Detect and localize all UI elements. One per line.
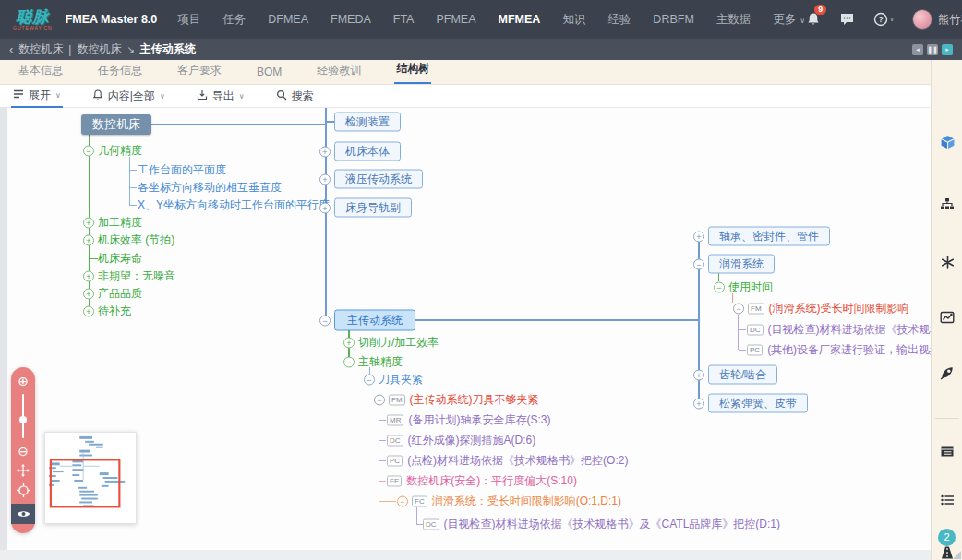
menu-item-DRBFM[interactable]: DRBFM [653,13,693,26]
tree-node[interactable]: −使用时间 [714,280,773,295]
toolbar-导出[interactable]: 导出∨ [195,86,247,107]
toolbar-展开[interactable]: 展开∨ [11,85,63,108]
help-icon[interactable]: ? ∨ [872,11,896,28]
tab-经验教训[interactable]: 经验教训 [315,58,363,84]
rocket-icon[interactable] [939,364,956,381]
collapse-icon[interactable]: − [83,145,94,156]
tab-BOM[interactable]: BOM [255,61,283,84]
app-logo[interactable]: 聪脉 GUTEWAY.CN [13,9,53,30]
tab-结构树[interactable]: 结构树 [394,56,431,84]
tab-客户要求[interactable]: 客户要求 [175,58,223,84]
collapse-icon[interactable]: − [374,394,385,405]
tree-node[interactable]: −刀具夹紧 [364,372,423,387]
tree-node[interactable]: 各坐标方向移动的相互垂直度 [138,180,282,196]
collapse-left-icon[interactable]: ◂ [912,44,923,55]
menu-item-FMEDA[interactable]: FMEDA [331,13,371,26]
bell-icon[interactable]: 9 [805,11,822,28]
zoom-slider-knob[interactable] [19,416,27,423]
cube-3d-icon[interactable] [939,134,956,150]
toolbar-内容|全部[interactable]: 内容|全部∨ [90,86,167,107]
split-view-icon[interactable]: ❚❚ [927,44,938,55]
tree-node[interactable]: MR(备用计划)轴承安全库存(S:3) [387,412,550,428]
menu-item-任务[interactable]: 任务 [222,12,246,28]
tree-node[interactable]: 机床寿命 [98,251,142,267]
tree-node[interactable]: 检测装置 [334,113,401,132]
collapse-icon[interactable]: − [733,303,744,314]
expand-icon[interactable]: + [343,337,355,348]
expand-icon[interactable]: + [319,146,331,157]
tree-node[interactable]: +轴承、密封件、管件 [693,227,830,246]
tree-node[interactable]: DC(目视检查)材料进场依据《技术规格书》 [747,322,931,338]
expand-icon[interactable]: + [693,369,704,380]
visibility-icon[interactable] [11,504,35,524]
collapse-right-icon[interactable]: ▸ [942,44,953,55]
table-icon[interactable] [939,443,956,459]
menu-item-FTA[interactable]: FTA [393,13,415,26]
menu-item-更多[interactable]: 更多∨ [773,12,805,28]
collapse-icon[interactable]: − [343,356,355,367]
expand-icon[interactable]: + [83,217,94,228]
tree-node[interactable]: −FM(润滑系统)受长时间限制影响 [733,301,909,316]
tree-node[interactable]: +齿轮/啮合 [693,365,777,385]
tree-node[interactable]: +非期望：无噪音 [83,268,175,284]
user-menu[interactable]: 熊竹琴(聪... ∨ [912,9,962,30]
tree-node[interactable]: PC(其他)设备厂家进行验证，输出视频证据 [747,342,931,358]
expand-icon[interactable]: + [83,288,94,299]
list-icon[interactable] [939,492,956,508]
menu-item-项目[interactable]: 项目 [177,12,200,28]
tree-node[interactable]: +切削力/加工效率 [343,335,439,351]
back-icon[interactable]: ‹ [9,42,13,56]
expand-icon[interactable]: + [319,202,331,213]
snowflake-icon[interactable] [939,254,956,270]
expand-icon[interactable]: + [693,398,704,409]
tree-node[interactable]: DC(目视检查)材料进场依据《技术规格书》及《CATL品牌库》把控(D:1) [423,517,780,532]
tree-node[interactable]: +待补充 [83,304,131,319]
minimap[interactable] [44,432,137,524]
tab-基本信息[interactable]: 基本信息 [17,58,65,84]
collapse-icon[interactable]: − [397,495,408,506]
expand-icon[interactable]: + [83,270,94,281]
tree-node[interactable]: FE数控机床(安全)：平行度偏大(S:10) [387,473,577,489]
breadcrumb-project[interactable]: 数控机床 [18,42,63,57]
menu-item-DFMEA[interactable]: DFMEA [268,13,308,26]
collapse-icon[interactable]: − [693,258,704,269]
structure-tree-icon[interactable] [939,197,956,213]
trend-chart-icon[interactable] [939,309,956,326]
structure-tree-canvas[interactable]: 数控机床−几何精度工作台面的平面度各坐标方向移动的相互垂直度X、Y坐标方向移动时… [0,108,931,560]
tree-node[interactable]: DC(红外成像)探测措施A(D:6) [387,433,535,448]
pan-icon[interactable] [11,464,35,477]
collapse-icon[interactable]: − [364,374,375,385]
tree-node[interactable]: −FM(主传动系统)刀具不够夹紧 [374,392,539,408]
breadcrumb-root[interactable]: 数控机床 [77,42,121,57]
tree-node[interactable]: +机床效率 (节拍) [83,232,174,248]
menu-item-MFMEA[interactable]: MFMEA [499,13,541,26]
expand-icon[interactable]: + [83,234,94,245]
chat-icon[interactable] [838,11,855,28]
expand-icon[interactable]: + [319,173,331,185]
tree-node[interactable]: −FC润滑系统：受长时间限制影响(O:1,D:1) [397,494,621,509]
zoom-slider[interactable] [22,394,24,438]
expand-icon[interactable]: + [83,305,94,316]
tree-node[interactable]: 工作台面的平面度 [138,162,226,178]
menu-item-PFMEA[interactable]: PFMEA [436,13,475,26]
tree-node[interactable]: PC(点检)材料进场依据《技术规格书》把控(O:2) [387,453,628,469]
tree-node[interactable]: 数控机床 [81,114,151,135]
tree-node[interactable]: +产品品质 [83,286,142,302]
tree-node[interactable]: X、Y坐标方向移动时工作台面的平行度 [138,197,330,213]
zoom-out-icon[interactable]: ⊖ [11,445,35,458]
locate-icon[interactable] [11,483,35,497]
tree-node[interactable]: −润滑系统 [693,255,775,274]
tree-node[interactable]: −几何精度 [83,143,142,159]
resize-grip[interactable] [953,551,961,559]
menu-item-主数据[interactable]: 主数据 [716,12,752,28]
tree-node[interactable]: +松紧弹簧、皮带 [693,394,808,413]
expand-icon[interactable]: + [693,231,704,242]
tab-任务信息[interactable]: 任务信息 [96,58,144,84]
collapse-icon[interactable]: − [714,281,725,292]
zoom-in-icon[interactable]: ⊕ [11,375,35,387]
tree-node[interactable]: +机床本体 [319,142,401,161]
tree-node[interactable]: −主传动系统 [319,310,415,331]
tree-node[interactable]: +液压传动系统 [319,170,423,189]
tree-node[interactable]: +床身导轨副 [319,198,412,218]
menu-item-经验[interactable]: 经验 [607,12,631,28]
